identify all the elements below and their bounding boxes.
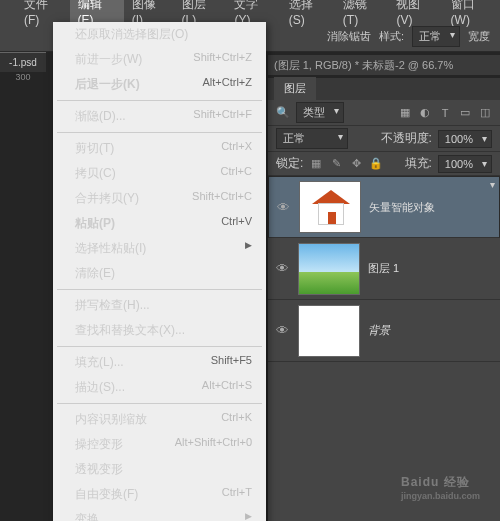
antialias-label: 消除锯齿 bbox=[327, 29, 371, 44]
layer-list: 👁矢量智能对象👁图层 1👁背景 bbox=[268, 176, 500, 362]
visibility-icon[interactable]: 👁 bbox=[274, 323, 290, 338]
blend-row: 正常 不透明度: 100% bbox=[268, 126, 500, 152]
menu-item: 拷贝(C)Ctrl+C bbox=[53, 161, 266, 186]
visibility-icon[interactable]: 👁 bbox=[274, 261, 290, 276]
layer-row[interactable]: 👁背景 bbox=[268, 300, 500, 362]
lock-trans-icon[interactable]: ▦ bbox=[309, 157, 323, 170]
layers-panel: 图层 🔍 类型 ▦ ◐ T ▭ ◫ 正常 不透明度: 100% 锁定: ▦ ✎ … bbox=[268, 78, 500, 521]
lock-position-icon[interactable]: ✥ bbox=[349, 157, 363, 170]
visibility-icon[interactable]: 👁 bbox=[275, 200, 291, 215]
width-label: 宽度 bbox=[468, 29, 490, 44]
menu-item[interactable]: 还原取消选择图层(O) bbox=[53, 22, 266, 47]
lock-row: 锁定: ▦ ✎ ✥ 🔒 填充: 100% bbox=[268, 152, 500, 176]
tab-layers[interactable]: 图层 bbox=[274, 77, 316, 100]
menu-item[interactable]: 填充(L)...Shift+F5 bbox=[53, 350, 266, 375]
menu-item: 自由变换(F)Ctrl+T bbox=[53, 482, 266, 507]
layer-name: 图层 1 bbox=[368, 261, 399, 276]
opacity-value[interactable]: 100% bbox=[438, 130, 492, 148]
menu-item: 合并拷贝(Y)Shift+Ctrl+C bbox=[53, 186, 266, 211]
blend-mode-select[interactable]: 正常 bbox=[276, 128, 348, 149]
opacity-label: 不透明度: bbox=[381, 130, 432, 147]
menu-item: 操控变形Alt+Shift+Ctrl+0 bbox=[53, 432, 266, 457]
watermark-brand: Baidu 经验 bbox=[401, 475, 470, 489]
panel-tabs: 图层 bbox=[268, 78, 500, 100]
lock-pixels-icon[interactable]: ✎ bbox=[329, 157, 343, 170]
style-select[interactable]: 正常 bbox=[412, 26, 460, 47]
menu-item: 描边(S)...Alt+Ctrl+S bbox=[53, 375, 266, 400]
lock-all-icon[interactable]: 🔒 bbox=[369, 157, 383, 170]
menu-item: 剪切(T)Ctrl+X bbox=[53, 136, 266, 161]
watermark-url: jingyan.baidu.com bbox=[401, 491, 480, 501]
edit-menu-dropdown: 还原取消选择图层(O)前进一步(W)Shift+Ctrl+Z后退一步(K)Alt… bbox=[53, 22, 266, 521]
lock-label: 锁定: bbox=[276, 155, 303, 172]
menu-item[interactable]: 后退一步(K)Alt+Ctrl+Z bbox=[53, 72, 266, 97]
layer-thumbnail[interactable] bbox=[299, 181, 361, 233]
menu-item: 内容识别缩放Ctrl+K bbox=[53, 407, 266, 432]
menu-item: 渐隐(D)...Shift+Ctrl+F bbox=[53, 104, 266, 129]
menu-item[interactable]: 选择(S) bbox=[281, 0, 335, 30]
menu-item: 清除(E) bbox=[53, 261, 266, 286]
menu-item: 变换 bbox=[53, 507, 266, 521]
filter-type-icon[interactable]: T bbox=[438, 106, 452, 120]
filter-adjust-icon[interactable]: ◐ bbox=[418, 106, 432, 120]
filter-pixel-icon[interactable]: ▦ bbox=[398, 106, 412, 120]
menubar: 文件(F)编辑(E)图像(I)图层(L)文字(Y)选择(S)滤镜(T)视图(V)… bbox=[0, 0, 500, 22]
layer-name: 背景 bbox=[368, 323, 390, 338]
style-label: 样式: bbox=[379, 29, 404, 44]
document-tab-left[interactable]: -1.psd bbox=[0, 52, 46, 72]
ruler-mark: 300 bbox=[0, 72, 46, 86]
layer-thumbnail[interactable] bbox=[298, 243, 360, 295]
document-tabs[interactable]: (图层 1, RGB/8) * 未标题-2 @ 66.7% bbox=[268, 55, 500, 75]
menu-item: 拼写检查(H)... bbox=[53, 293, 266, 318]
filter-shape-icon[interactable]: ▭ bbox=[458, 106, 472, 120]
layer-row[interactable]: 👁矢量智能对象 bbox=[268, 176, 500, 238]
filter-smart-icon[interactable]: ◫ bbox=[478, 106, 492, 120]
menu-item: 查找和替换文本(X)... bbox=[53, 318, 266, 343]
fill-value[interactable]: 100% bbox=[438, 155, 492, 173]
menu-item: 透视变形 bbox=[53, 457, 266, 482]
watermark: Baidu 经验 jingyan.baidu.com bbox=[401, 470, 480, 501]
menu-item[interactable]: 滤镜(T) bbox=[335, 0, 389, 30]
menu-item[interactable]: 选择性粘贴(I) bbox=[53, 236, 266, 261]
menu-item: 前进一步(W)Shift+Ctrl+Z bbox=[53, 47, 266, 72]
fill-label: 填充: bbox=[405, 155, 432, 172]
layer-filter-row: 🔍 类型 ▦ ◐ T ▭ ◫ bbox=[268, 100, 500, 126]
layer-name: 矢量智能对象 bbox=[369, 200, 435, 215]
kind-select[interactable]: 类型 bbox=[296, 102, 344, 123]
layer-row[interactable]: 👁图层 1 bbox=[268, 238, 500, 300]
layer-thumbnail[interactable] bbox=[298, 305, 360, 357]
search-icon: 🔍 bbox=[276, 106, 290, 120]
menu-item[interactable]: 粘贴(P)Ctrl+V bbox=[53, 211, 266, 236]
